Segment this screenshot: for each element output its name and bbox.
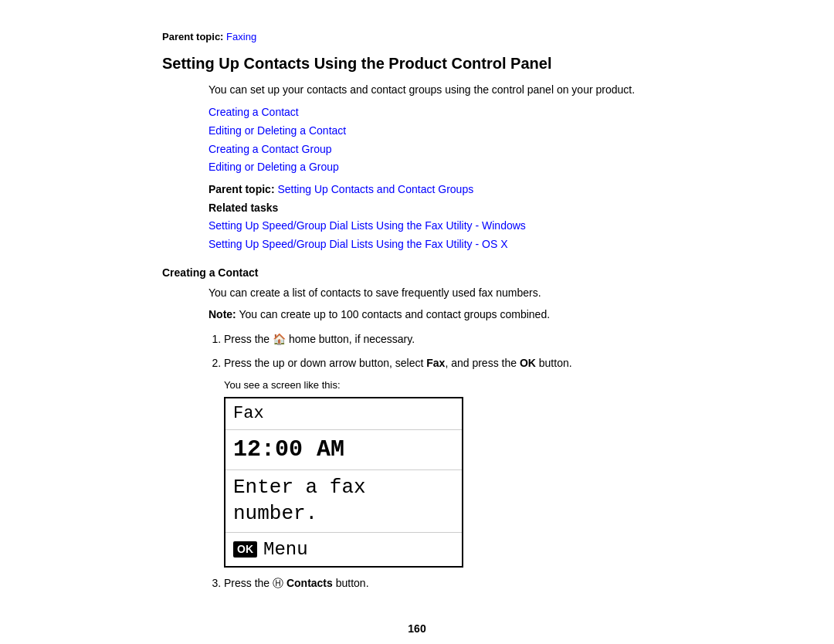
home-icon: 🏠	[273, 333, 286, 345]
fax-bold: Fax	[426, 357, 445, 369]
contacts-bold: Contacts	[286, 577, 333, 589]
related-links: Setting Up Speed/Group Dial Lists Using …	[208, 217, 672, 254]
fax-screen-row-3: Enter a fax number.	[225, 470, 462, 533]
menu-label: Menu	[263, 537, 308, 561]
fax-screen-menu-row: OK Menu	[225, 533, 462, 566]
page-number: 160	[408, 622, 425, 635]
ok-badge: OK	[233, 541, 257, 557]
contacts-icon: Ⓗ	[273, 577, 283, 589]
main-heading: Setting Up Contacts Using the Product Co…	[162, 55, 672, 73]
note-text: You can create up to 100 contacts and co…	[236, 308, 550, 320]
parent-topic-bottom-link[interactable]: Setting Up Contacts and Contact Groups	[277, 183, 473, 195]
page-container: Parent topic: Faxing Setting Up Contacts…	[116, 0, 718, 644]
screen-preview: You see a screen like this: Fax 12:00 AM…	[224, 379, 672, 568]
fax-screen-row-2: 12:00 AM	[225, 430, 462, 470]
related-link-windows[interactable]: Setting Up Speed/Group Dial Lists Using …	[208, 217, 672, 236]
step-2: Press the up or down arrow button, selec…	[224, 355, 672, 371]
related-link-osx[interactable]: Setting Up Speed/Group Dial Lists Using …	[208, 236, 672, 254]
link-editing-group[interactable]: Editing or Deleting a Group	[208, 158, 672, 177]
section-heading: Creating a Contact	[162, 266, 672, 279]
fax-screen-row-1: Fax	[225, 398, 462, 431]
note-label: Note:	[208, 308, 236, 320]
parent-topic-bottom-label: Parent topic:	[208, 183, 275, 195]
topic-links: Creating a Contact Editing or Deleting a…	[208, 103, 672, 177]
fax-screen: Fax 12:00 AM Enter a fax number. OK Menu	[224, 397, 463, 568]
steps-list-continued: Press the Ⓗ Contacts button.	[224, 575, 672, 591]
parent-topic-bottom: Parent topic: Setting Up Contacts and Co…	[208, 183, 672, 195]
link-creating-group[interactable]: Creating a Contact Group	[208, 141, 672, 159]
parent-topic-label: Parent topic:	[162, 31, 223, 42]
step-3: Press the Ⓗ Contacts button.	[224, 575, 672, 591]
parent-topic-top: Parent topic: Faxing	[162, 31, 672, 42]
note-block: Note: You can create up to 100 contacts …	[208, 308, 672, 320]
related-tasks-label: Related tasks	[208, 202, 672, 214]
screen-caption: You see a screen like this:	[224, 379, 672, 391]
step-1: Press the 🏠 home button, if necessary.	[224, 331, 672, 347]
ok-bold: OK	[520, 357, 536, 369]
intro-text: You can set up your contacts and contact…	[208, 83, 672, 96]
link-editing-contact[interactable]: Editing or Deleting a Contact	[208, 122, 672, 141]
steps-list: Press the 🏠 home button, if necessary. P…	[224, 331, 672, 371]
parent-topic-link[interactable]: Faxing	[226, 31, 256, 42]
page-footer: 160	[162, 622, 672, 635]
section-intro: You can create a list of contacts to sav…	[208, 286, 672, 299]
link-creating-contact[interactable]: Creating a Contact	[208, 103, 672, 122]
